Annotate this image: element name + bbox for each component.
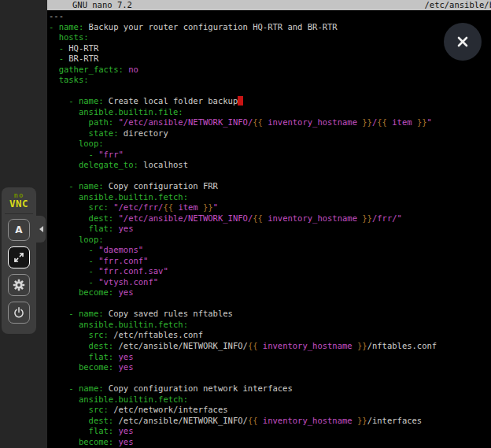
fullscreen-icon [13,252,24,263]
code-line: src: "/etc/frr/{{ item }}" [49,202,491,213]
chevron-left-icon [39,226,43,232]
code-line: gather_facts: no [49,65,491,76]
keyboard-button[interactable]: A [8,219,30,241]
code-line: - HQ-RTR [49,43,491,54]
code-line: - "vtysh.conf" [49,277,491,288]
keyboard-a-icon: A [15,225,22,235]
code-line: ansible.builtin.file: [49,107,491,118]
terminal-screen[interactable]: GNU nano 7.2 /etc/ansible/b ---- name: B… [47,0,491,448]
code-line: loop: [49,139,491,150]
code-line: src: /etc/nftables.conf [49,330,491,341]
code-line: become: yes [49,287,491,298]
code-line: - "frr" [49,150,491,161]
code-line [49,171,491,182]
code-line: tasks: [49,75,491,86]
nano-filepath-label: /etc/ansible/b [424,0,491,10]
code-line: - "daemons" [49,245,491,256]
code-line: flat: yes [49,224,491,235]
gear-icon [13,279,25,291]
code-line: delegate_to: localhost [49,160,491,171]
code-line: - BR-RTR [49,54,491,65]
code-line: --- [49,11,491,22]
code-line: - name: Copy saved rules nftables [49,309,491,320]
code-line [49,86,491,97]
editor-content[interactable]: ---- name: Backup your router configurat… [49,11,491,448]
code-line: - name: Create local folder backup [49,96,491,107]
nano-titlebar: GNU nano 7.2 /etc/ansible/b [47,0,491,10]
code-line: - name: Copy configuration FRR [49,181,491,192]
code-line: ansible.builtin.fetch: [49,320,491,331]
vnc-control-bar: no VNC A [2,187,36,334]
code-line: flat: yes [49,352,491,363]
code-line: hosts: [49,32,491,43]
code-line: - "frr.conf" [49,256,491,267]
code-line [49,373,491,384]
novnc-logo-vnc: VNC [2,199,36,209]
code-line: dest: /etc/ansible/NETWORK_INFO/{{ inven… [49,341,491,352]
sidebar-collapse-handle[interactable] [36,216,46,243]
nano-version-label: GNU nano 7.2 [47,0,132,10]
power-icon [13,306,25,319]
close-icon [456,35,470,49]
text-cursor [238,96,242,106]
code-line: path: "/etc/ansible/NETWORK_INFO/{{ inve… [49,117,491,128]
novnc-logo: no VNC [2,187,36,209]
code-line: ansible.builtin.fetch: [49,192,491,203]
code-line: become: yes [49,362,491,373]
close-button[interactable] [444,23,482,61]
code-line: become: yes [49,437,491,448]
power-button[interactable] [8,302,30,324]
sidebar-divider [5,213,33,214]
code-line: src: /etc/network/interfaces [49,405,491,416]
settings-button[interactable] [8,274,30,296]
code-line: ansible.builtin.fetch: [49,394,491,405]
code-line: flat: yes [49,426,491,437]
code-line: - name: Copy configuration network inter… [49,383,491,394]
code-line: dest: /etc/ansible/NETWORK_INFO/{{ inven… [49,416,491,427]
code-line: loop: [49,235,491,246]
code-line: state: directory [49,128,491,139]
code-line: - "frr.conf.sav" [49,266,491,277]
code-line [49,298,491,309]
code-line: - name: Backup your router configuration… [49,22,491,33]
code-line: dest: "/etc/ansible/NETWORK_INFO/{{ inve… [49,213,491,224]
fullscreen-button[interactable] [8,246,30,268]
